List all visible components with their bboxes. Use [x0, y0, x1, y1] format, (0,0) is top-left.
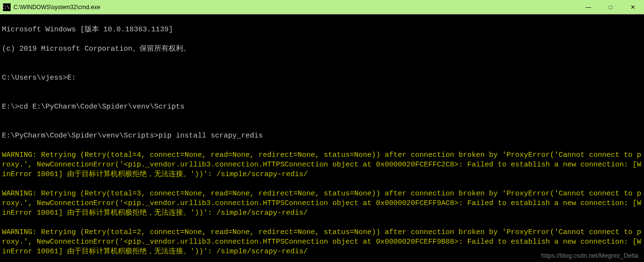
maximize-button[interactable]: □	[600, 0, 622, 14]
terminal-prompt: C:\Users\vjess>E:	[2, 73, 642, 83]
watermark: https://blog.csdn.net/Megrez_Delta	[541, 252, 638, 259]
terminal-output[interactable]: Microsoft Windows [版本 10.0.18363.1139] (…	[0, 14, 644, 262]
close-button[interactable]: ✕	[622, 0, 644, 14]
window-titlebar: C:\. C:\WINDOWS\system32\cmd.exe — □ ✕	[0, 0, 644, 14]
cmd-icon: C:\.	[3, 3, 11, 11]
warning-line: WARNING: Retrying (Retry(total=3, connec…	[2, 189, 642, 218]
terminal-line: Microsoft Windows [版本 10.0.18363.1139]	[2, 25, 642, 35]
minimize-button[interactable]: —	[577, 0, 600, 14]
warning-line: WARNING: Retrying (Retry(total=4, connec…	[2, 151, 642, 179]
window-controls: — □ ✕	[577, 0, 644, 14]
terminal-line: (c) 2019 Microsoft Corporation。保留所有权利。	[2, 44, 642, 54]
terminal-prompt: E:\>cd E:\PyCharm\Code\Spider\venv\Scrip…	[2, 102, 642, 112]
window-title: C:\WINDOWS\system32\cmd.exe	[14, 4, 577, 11]
terminal-prompt: E:\PyCharm\Code\Spider\venv\Scripts>pip …	[2, 131, 642, 141]
